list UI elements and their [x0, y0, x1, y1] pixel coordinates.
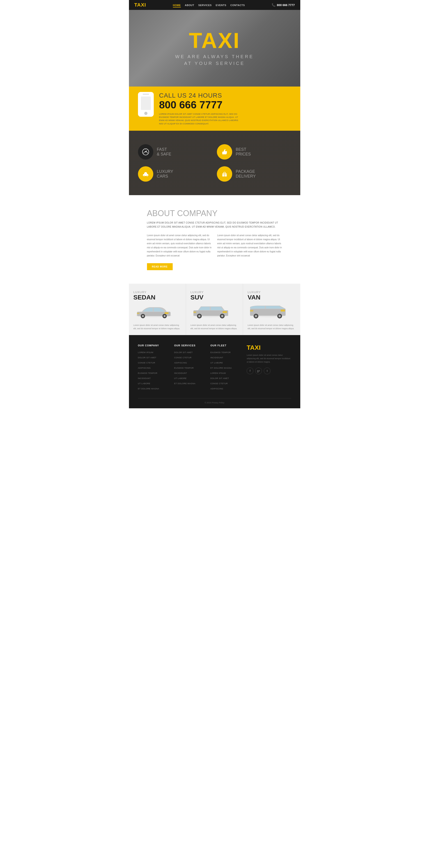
- svg-point-32: [198, 315, 200, 317]
- fleet-sedan-name: SEDAN: [133, 294, 181, 301]
- svg-point-11: [144, 176, 144, 177]
- phone-screen: [141, 96, 151, 110]
- call-heading: CALL US 24 HOURS: [159, 92, 291, 99]
- footer-fleet-title: OUR FLEET: [210, 344, 242, 347]
- list-item[interactable]: UT LABORE: [138, 381, 170, 385]
- nav-item-home[interactable]: HOME: [173, 3, 181, 7]
- list-item[interactable]: DOLOR SIT AMET: [138, 355, 170, 359]
- svg-point-25: [164, 315, 165, 317]
- nav-item-events[interactable]: EVENTS: [216, 3, 226, 7]
- list-item[interactable]: ADIPISCING: [174, 360, 206, 364]
- fleet-sedan-label: LUXURY: [133, 290, 181, 294]
- hero-title-t: T: [189, 28, 202, 53]
- fleet-sedan: LUXURY SEDAN Lorem ipsum dolor sit amet …: [129, 284, 186, 335]
- phone-home-button: [144, 112, 147, 115]
- about-section: ABOUT COMPANY LOREM IPSUM DOLOR SIT AMET…: [129, 195, 300, 284]
- copyright-text: © 2015 Privacy Policy: [138, 402, 291, 404]
- list-item[interactable]: ADIPISCING: [138, 366, 170, 370]
- twitter-icon[interactable]: t: [264, 368, 271, 374]
- social-icons: f g+ t: [247, 368, 291, 374]
- phone-top-bar: [143, 94, 149, 95]
- svg-rect-47: [250, 310, 253, 312]
- about-title: ABOUT COMPANY: [147, 209, 282, 218]
- list-item[interactable]: INCIDIDUNT: [174, 371, 206, 375]
- hero-subtitle: WE ARE ALWAYS THERE AT YOUR SERVICE: [175, 53, 254, 67]
- svg-point-42: [255, 315, 256, 317]
- fleet-van: LUXURY VAN Lorem ipsum dolor sit amet co…: [243, 284, 300, 335]
- svg-point-45: [279, 315, 280, 317]
- list-item[interactable]: ET DOLORE MAGNA: [174, 381, 206, 385]
- nav-item-about[interactable]: ABOUT: [185, 3, 194, 7]
- footer-company-links: LOREM IPSUM DOLOR SIT AMET CONSE CTETUR …: [138, 350, 170, 390]
- service-package: PACKAGE DELIVERY: [217, 166, 291, 182]
- call-bar: CALL US 24 HOURS 800 666 7777 LOREM IPSU…: [129, 87, 300, 131]
- footer-services-title: OUR SERVICES: [174, 344, 206, 347]
- svg-rect-36: [222, 311, 227, 313]
- fast-label: FAST & SAFE: [157, 147, 171, 157]
- service-luxury: LUXURY CARS: [138, 166, 212, 182]
- hero-section: TAXI WE ARE ALWAYS THERE AT YOUR SERVICE: [129, 10, 300, 87]
- footer-brand-col: TAXI Lorem ipsum dolor sit amet conse ct…: [247, 344, 291, 392]
- service-fast: FAST & SAFE: [138, 144, 212, 159]
- list-item[interactable]: INCIDIDUNT: [138, 376, 170, 380]
- luxury-label: LUXURY CARS: [157, 169, 173, 179]
- site-logo: TAXI: [134, 2, 146, 8]
- list-item[interactable]: INCIDIDUNT: [210, 355, 242, 359]
- fleet-suv-name: SUV: [190, 294, 238, 301]
- list-item[interactable]: CONSE CTETUR: [138, 360, 170, 364]
- list-item[interactable]: ET DOLORE MAGNA: [138, 386, 170, 390]
- facebook-icon[interactable]: f: [247, 368, 253, 374]
- fleet-suv-label: LUXURY: [190, 290, 238, 294]
- list-item[interactable]: DOLOR SIT AMET: [210, 376, 242, 380]
- phone-icon: 📞: [272, 3, 275, 7]
- call-text: CALL US 24 HOURS 800 666 7777 LOREM IPSU…: [159, 92, 291, 125]
- list-item[interactable]: ET DOLORE MAGNA: [210, 366, 242, 370]
- read-more-button[interactable]: READ MORE: [147, 263, 173, 270]
- service-best: BEST PRICES: [217, 144, 291, 159]
- footer-fleet-links: EIUSMOD TEMPOR INCIDIDUNT UT LABORE ET D…: [210, 350, 242, 390]
- list-item[interactable]: LOREM IPSUM: [210, 371, 242, 375]
- footer: OUR COMPANY LOREM IPSUM DOLOR SIT AMET C…: [129, 335, 300, 408]
- footer-services-col: OUR SERVICES DOLOR SIT AMET CONSE CTETUR…: [174, 344, 206, 392]
- logo-t: T: [134, 2, 137, 8]
- sedan-shape: [133, 303, 181, 321]
- list-item[interactable]: DOLOR SIT AMET: [174, 350, 206, 354]
- package-label: PACKAGE DELIVERY: [236, 169, 256, 179]
- list-item[interactable]: UT LABORE: [174, 376, 206, 380]
- googleplus-icon[interactable]: g+: [255, 368, 262, 374]
- svg-rect-46: [281, 310, 285, 312]
- fleet-suv: LUXURY SUV Lorem ipsum dolor sit amet co…: [186, 284, 243, 335]
- list-item[interactable]: CONSE CTETUR: [174, 355, 206, 359]
- svg-point-22: [142, 315, 143, 317]
- list-item[interactable]: CONSE CTETUR: [210, 381, 242, 385]
- list-item[interactable]: EUSMOD TEMPOR: [174, 366, 206, 370]
- thumbsup-icon: [217, 144, 232, 159]
- about-intro: LOREM IPSUM DOLOR SIT AMET CONSE CTETUR …: [147, 221, 282, 229]
- van-shape: [248, 303, 296, 321]
- list-item[interactable]: EUSMOD TEMPOR: [138, 371, 170, 375]
- fleet-sedan-desc: Lorem ipsum dolor sit amet conse ctetur …: [133, 323, 181, 331]
- nav-item-services[interactable]: SERVICES: [198, 3, 211, 7]
- navbar: TAXI HOME ABOUT SERVICES EVENTS CONTACTS…: [129, 0, 300, 10]
- footer-services-links: DOLOR SIT AMET CONSE CTETUR ADIPISCING E…: [174, 350, 206, 385]
- nav-item-contacts[interactable]: CONTACTS: [231, 3, 245, 7]
- svg-rect-17: [226, 173, 226, 174]
- list-item[interactable]: LOREM IPSUM: [138, 350, 170, 354]
- svg-rect-8: [145, 172, 147, 173]
- list-item[interactable]: UT LABORE: [210, 360, 242, 364]
- svg-point-12: [147, 176, 147, 177]
- footer-company-col: OUR COMPANY LOREM IPSUM DOLOR SIT AMET C…: [138, 344, 170, 392]
- list-item[interactable]: EIUSMOD TEMPOR: [210, 350, 242, 354]
- svg-rect-6: [222, 152, 223, 154]
- svg-rect-27: [137, 313, 139, 314]
- hero-title: TAXI: [175, 30, 254, 51]
- best-label: BEST PRICES: [236, 147, 251, 157]
- svg-point-2: [145, 151, 146, 152]
- footer-company-title: OUR COMPANY: [138, 344, 170, 347]
- svg-rect-16: [223, 173, 223, 174]
- phone-graphic: [138, 92, 154, 117]
- fleet-van-name: VAN: [248, 294, 296, 301]
- list-item[interactable]: ADIPISCING: [210, 386, 242, 390]
- services-section: FAST & SAFE BEST PRICES: [129, 131, 300, 195]
- call-number: 800 666 7777: [159, 99, 291, 111]
